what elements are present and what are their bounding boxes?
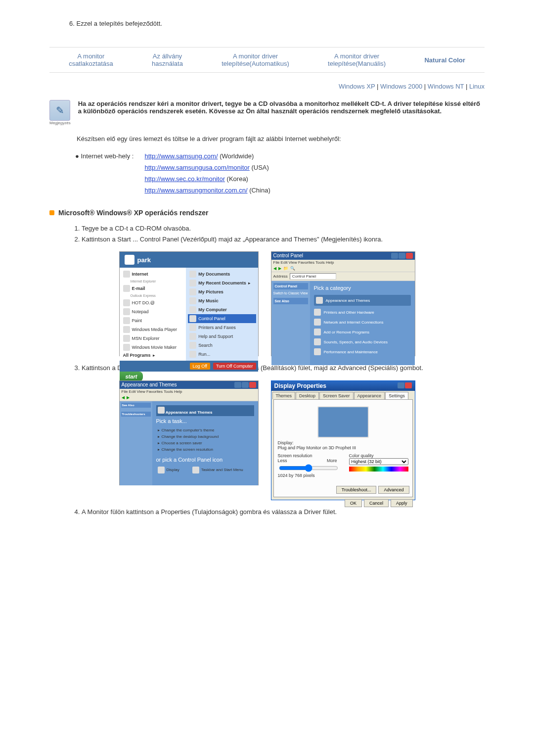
color-bar	[349, 467, 408, 472]
dp-tab-settings[interactable]: Settings	[385, 392, 408, 399]
link-linux[interactable]: Linux	[469, 83, 485, 90]
link-windows-2000[interactable]: Windows 2000	[380, 83, 422, 90]
cp-network[interactable]: Network and Internet Connections	[314, 319, 411, 326]
sm-item-pictures[interactable]: My Pictures	[188, 287, 256, 296]
sm-item-printers[interactable]: Printers and Faxes	[188, 323, 256, 332]
ap-sidebar: See Also Troubleshooters	[120, 401, 152, 485]
sm-item-email[interactable]: E-mail	[122, 284, 184, 293]
help-icon[interactable]	[398, 382, 404, 388]
logoff-button[interactable]: Log Off	[190, 363, 210, 370]
avatar-icon	[125, 255, 134, 265]
sm-item-paint[interactable]: Paint	[122, 316, 184, 325]
sm-item-search[interactable]: Search	[188, 341, 256, 350]
min-icon[interactable]	[234, 382, 241, 388]
dp-tabs: Themes Desktop Screen Saver Appearance S…	[271, 391, 415, 399]
tab-natural-color[interactable]: Natural Color	[424, 56, 465, 64]
cp-addremove[interactable]: Add or Remove Programs	[314, 329, 411, 335]
dp-tab-screensaver[interactable]: Screen Saver	[319, 392, 354, 399]
cancel-button[interactable]: Cancel	[364, 499, 389, 507]
back-icon[interactable]: ◀	[122, 395, 125, 400]
ap-task-theme[interactable]: ▸ Change the computer's theme	[156, 427, 254, 433]
ap-task-res[interactable]: ▸ Change the screen resolution	[156, 446, 254, 453]
sm-item-run[interactable]: Run...	[188, 350, 256, 359]
link-samsung-korea[interactable]: http://www.sec.co.kr/monitor	[144, 175, 225, 183]
link-samsung-china[interactable]: http://www.samsungmonitor.com.cn/	[144, 187, 247, 194]
cp-appearance-themes[interactable]: Appearance and Themes	[314, 295, 411, 306]
note-icon-wrap: ✎ Megjegyzés	[49, 100, 71, 125]
sm-item-msn[interactable]: MSN Explorer	[122, 334, 184, 343]
dp-resval: 1024 by 768 pixels	[278, 473, 337, 478]
sm-item-hotdo[interactable]: HOT DO.@	[122, 298, 184, 307]
turnoff-button[interactable]: Turn Off Computer	[213, 363, 256, 370]
net-icon	[314, 319, 321, 326]
sm-item-internet[interactable]: Internet	[122, 270, 184, 279]
steps-list-3: A Monitor fülön kattintson a Properties …	[69, 508, 485, 517]
ap-main: Appearance and Themes Pick a task... ▸ C…	[152, 401, 258, 485]
ap-orpick: or pick a Control Panel icon	[156, 457, 254, 463]
cp-printers[interactable]: Printers and Other Hardware	[314, 309, 411, 316]
max-icon[interactable]	[399, 253, 405, 259]
sm-item-controlpanel[interactable]: Control Panel	[188, 314, 256, 323]
address-field[interactable]: Control Panel	[290, 273, 336, 280]
sm-item-mycomputer[interactable]: My Computer	[188, 305, 256, 314]
display-props-screenshot: Display Properties Themes Desktop Screen…	[271, 380, 415, 500]
cp-sounds[interactable]: Sounds, Speech, and Audio Devices	[314, 338, 411, 345]
apply-button[interactable]: Apply	[391, 499, 413, 507]
tab-driver-manual[interactable]: A monitor drivertelepítése(Manuális)	[328, 52, 386, 67]
sm-item-recent[interactable]: My Recent Documents ▸	[188, 279, 256, 287]
display-icon	[158, 467, 165, 473]
forward-icon[interactable]: ▶	[127, 395, 130, 400]
ap-task-ss[interactable]: ▸ Choose a screen saver	[156, 440, 254, 446]
min-icon[interactable]	[391, 253, 398, 259]
sm-item-help[interactable]: Help and Support	[188, 332, 256, 341]
step-1: Tegye be a CD-t a CD-ROM olvasóba.	[82, 224, 485, 233]
sm-item-moviemaker[interactable]: Windows Movie Maker	[122, 343, 184, 352]
sm-item-wmp[interactable]: Windows Media Player	[122, 325, 184, 334]
ap-menu[interactable]: File Edit View Favorites Tools Help	[120, 389, 258, 394]
ap-task-bg[interactable]: ▸ Change the desktop background	[156, 433, 254, 440]
appearance-screenshot: Appearance and Themes File Edit View Fav…	[119, 380, 259, 485]
ok-button[interactable]: OK	[345, 499, 362, 507]
cp-main: Pick a category Appearance and Themes Pr…	[310, 281, 415, 365]
advanced-button[interactable]: Advanced	[378, 486, 409, 494]
up-icon[interactable]: 📁	[283, 266, 288, 271]
close-icon[interactable]	[406, 253, 413, 259]
dp-tab-desktop[interactable]: Desktop	[296, 392, 319, 399]
cp-switch-classic[interactable]: Switch to Classic View	[273, 291, 308, 295]
color-quality-select[interactable]: Highest (32 bit)	[349, 458, 408, 465]
sound-icon	[314, 338, 321, 345]
link-windows-xp[interactable]: Windows XP	[339, 83, 375, 90]
tab-driver-auto[interactable]: A monitor drivertelepítése(Automatikus)	[222, 52, 289, 67]
link-samsung-world[interactable]: http://www.samsung.com/	[144, 152, 218, 160]
sm-item-music[interactable]: My Music	[188, 296, 256, 305]
paint-icon	[123, 317, 130, 324]
search-tb-icon[interactable]: 🔍	[290, 266, 295, 271]
ap-display-icon[interactable]: Display	[156, 466, 181, 474]
ap-pick-task: Pick a task...	[156, 418, 254, 424]
forward-icon[interactable]: ▶	[278, 266, 281, 271]
bullet-icon	[49, 210, 54, 215]
troubleshoot-button[interactable]: Troubleshoot...	[336, 486, 377, 494]
tab-stand[interactable]: Az állványhasználata	[152, 52, 183, 67]
sm-item-notepad[interactable]: Notepad	[122, 307, 184, 316]
movie-icon	[123, 344, 130, 351]
sm-item-allprograms[interactable]: All Programs ▸	[122, 352, 184, 359]
themes-big-icon	[158, 407, 165, 414]
resolution-slider[interactable]	[279, 464, 338, 472]
sm-item-mydocs[interactable]: My Documents	[188, 270, 256, 279]
back-icon[interactable]: ◀	[273, 266, 276, 271]
dp-tab-themes[interactable]: Themes	[272, 392, 296, 399]
cp-menu[interactable]: File Edit View Favorites Tools Help	[271, 260, 415, 265]
close-icon[interactable]	[405, 382, 412, 388]
tab-connect-monitor[interactable]: A monitorcsatlakoztatása	[69, 52, 113, 67]
wmp-icon	[123, 326, 130, 333]
close-icon[interactable]	[249, 382, 256, 388]
link-samsung-usa[interactable]: http://www.samsungusa.com/monitor	[144, 164, 249, 171]
dp-tab-appearance[interactable]: Appearance	[354, 392, 385, 399]
info-text: Ha az operációs rendszer kéri a monitor …	[78, 100, 485, 115]
ap-taskbar-icon[interactable]: Taskbar and Start Menu	[191, 466, 245, 474]
max-icon[interactable]	[242, 382, 249, 388]
cp-performance[interactable]: Performance and Maintenance	[314, 348, 411, 355]
dp-title-text: Display Properties	[274, 382, 326, 389]
link-windows-nt[interactable]: Windows NT	[428, 83, 464, 90]
